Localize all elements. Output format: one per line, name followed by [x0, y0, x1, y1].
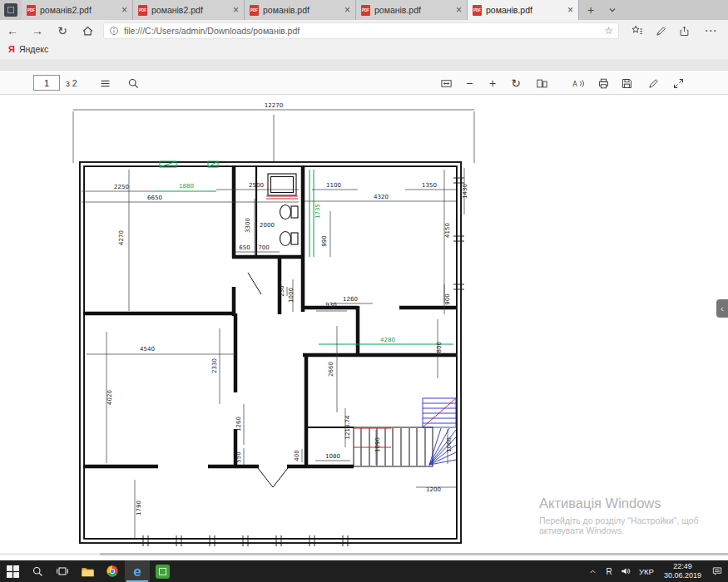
web-note-pen-button[interactable] [649, 20, 672, 42]
dimension-label: 12270 [265, 102, 283, 109]
tray-volume[interactable] [617, 565, 634, 577]
page-count-label: з 2 [66, 78, 77, 88]
tab-previews-chevron-icon[interactable] [602, 0, 622, 20]
door-swings [248, 273, 288, 487]
pdf-content-area: 1227022501880250011001350665043201430427… [0, 95, 728, 553]
dimension-label: 1100 [326, 182, 341, 189]
horizontal-scrollbar-thumb[interactable] [100, 553, 728, 555]
dimension-label: 990 [321, 235, 328, 246]
favorites-hub-button[interactable] [626, 20, 649, 42]
read-aloud-button[interactable]: A [567, 72, 590, 94]
browser-tab[interactable]: PDFроманів.pdf× [356, 0, 468, 20]
dimension-label: 1260 [235, 417, 242, 432]
tab-close-icon[interactable]: × [344, 5, 350, 15]
favorites-bar: Я Яндекс [0, 42, 728, 59]
tab-close-icon[interactable]: × [456, 5, 462, 15]
url-text[interactable]: file:///C:/Users/admin/Downloads/романів… [124, 26, 599, 36]
pdf-file-icon: PDF [250, 5, 259, 16]
action-center-button[interactable] [706, 565, 728, 577]
yandex-icon: Я [8, 44, 15, 54]
dimension-label: 6650 [147, 195, 162, 201]
tray-chevron-up[interactable] [584, 567, 601, 576]
blue-stair-lines [423, 398, 456, 465]
back-button[interactable]: ← [0, 20, 25, 42]
dimension-label: 1080 [325, 453, 340, 460]
zoom-out-button[interactable]: − [458, 72, 481, 94]
fullscreen-button[interactable] [666, 72, 690, 94]
save-button[interactable] [615, 72, 638, 94]
taskbar-clock[interactable]: 22:49 30.06.2019 [659, 562, 706, 580]
share-button[interactable] [672, 20, 696, 42]
start-button[interactable] [0, 560, 25, 582]
page-layout-button[interactable] [530, 72, 553, 94]
settings-more-button[interactable]: ⋯ [699, 20, 722, 42]
set-aside-tabs-button[interactable] [0, 0, 22, 20]
dimension-label: 2500 [249, 182, 264, 189]
taskbar-search-button[interactable] [25, 560, 50, 582]
green-app-icon [156, 565, 170, 579]
dimension-label: 1790 [136, 501, 142, 515]
tab-bar: PDFроманів2.pdf×PDFроманів2.pdf×PDFроман… [0, 0, 728, 20]
fit-to-width-button[interactable] [434, 72, 458, 94]
horizontal-scrollbar[interactable] [0, 553, 728, 555]
floorplan-interior-walls [83, 165, 457, 468]
home-button[interactable] [75, 20, 100, 42]
activate-windows-watermark: Активація Windows Перейдіть до розділу "… [539, 496, 699, 535]
dimension-label: 4020 [106, 390, 113, 405]
address-bar[interactable]: file:///C:/Users/admin/Downloads/романів… [103, 22, 619, 39]
print-button[interactable] [592, 72, 615, 94]
clock-date: 30.06.2019 [664, 571, 701, 580]
taskbar-edge[interactable]: e [125, 560, 150, 582]
tab-close-icon[interactable]: × [567, 5, 573, 15]
refresh-button[interactable]: ↻ [50, 20, 75, 42]
page-number-input[interactable]: 1 [33, 75, 60, 91]
taskbar-app-green[interactable] [150, 560, 175, 582]
tab-title: романів.pdf [374, 5, 452, 15]
ink-annotate-button[interactable] [641, 72, 665, 94]
windows-taskbar: e R УКР 22:49 30.06.2019 [0, 560, 728, 582]
dimension-label: 1800 [436, 342, 443, 357]
browser-tab[interactable]: PDFроманів2.pdf× [133, 0, 245, 20]
dimension-label: 400 [294, 450, 300, 461]
watermark-title: Активація Windows [539, 496, 699, 511]
pdf-file-icon: PDF [473, 5, 482, 16]
rotate-button[interactable]: ↻ [504, 72, 527, 94]
clock-time: 22:49 [664, 562, 701, 571]
bathroom-fixtures [268, 174, 298, 246]
tray-app-r[interactable]: R [601, 567, 617, 576]
browser-tab[interactable]: PDFроманів2.pdf× [22, 0, 133, 20]
pdf-toolbar: 1 з 2 − + ↻ A [0, 70, 728, 95]
watermark-line3: активувати Windows. [539, 525, 699, 535]
language-indicator[interactable]: УКР [634, 567, 659, 576]
tab-title: романів.pdf [263, 5, 340, 15]
vertical-scrollbar-handle[interactable]: ‹ [716, 299, 728, 318]
task-view-button[interactable] [50, 560, 75, 582]
dimension-label: 930 [325, 302, 336, 308]
contents-menu-button[interactable] [93, 72, 116, 94]
dimension-label: 1735 [314, 204, 321, 219]
taskbar-file-explorer[interactable] [75, 560, 100, 582]
find-in-document-button[interactable] [121, 72, 145, 94]
dimension-label: 700 [258, 244, 269, 251]
dimension-label: 4280 [380, 337, 395, 343]
edge-icon: e [133, 565, 141, 579]
tab-close-icon[interactable]: × [121, 5, 127, 15]
bookmark-label: Яндекс [19, 44, 48, 54]
page-info-icon[interactable] [109, 26, 119, 36]
new-tab-button[interactable]: + [579, 0, 602, 20]
pdf-file-icon: PDF [361, 5, 370, 16]
forward-button[interactable]: → [25, 20, 50, 42]
bookmark-yandex[interactable]: Я Яндекс [8, 44, 48, 54]
tab-close-icon[interactable]: × [233, 5, 239, 15]
taskbar-chrome[interactable] [100, 560, 125, 582]
add-favorite-icon[interactable]: ☆ [604, 25, 613, 37]
browser-tab[interactable]: PDFроманів.pdf× [245, 0, 356, 20]
speaker-icon [620, 565, 631, 577]
pdf-file-icon: PDF [138, 5, 147, 16]
task-view-icon [56, 565, 69, 578]
browser-tab[interactable]: PDFроманів.pdf× [468, 0, 579, 20]
zoom-in-button[interactable]: + [481, 72, 504, 94]
dimension-label: 1880 [179, 183, 194, 190]
red-markup-lines [266, 196, 456, 447]
tab-title: романів2.pdf [151, 5, 229, 15]
